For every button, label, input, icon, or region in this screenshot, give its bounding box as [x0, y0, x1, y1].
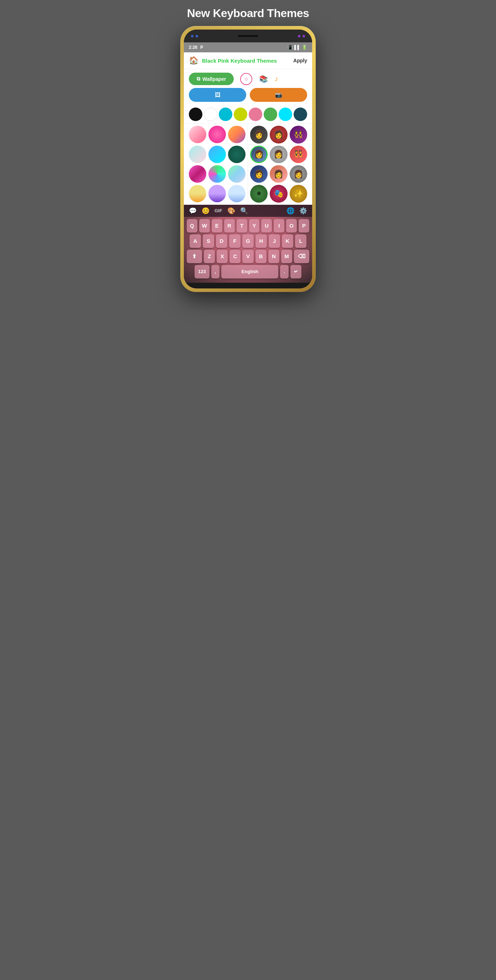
gradient-swatch-2[interactable] — [209, 126, 226, 143]
color-swatch-white[interactable] — [204, 108, 217, 121]
color-swatch-teal[interactable] — [293, 108, 307, 121]
key-l[interactable]: L — [295, 234, 306, 248]
wallpaper-button[interactable]: ⧉ Wallpaper — [189, 73, 234, 85]
gradient-swatch-5[interactable] — [209, 146, 226, 163]
color-swatch-black[interactable] — [189, 108, 203, 121]
gradient-column — [189, 124, 248, 204]
key-period[interactable]: . — [280, 265, 289, 278]
gradient-swatch-6[interactable] — [228, 146, 246, 163]
photo-swatch-7[interactable]: 👩 — [250, 165, 268, 183]
keyboard-keys: Q W E R T Y U I O P A S — [184, 217, 312, 283]
keyboard-area: 💬 😊 GIF 🎨 🔍 🌐 ⚙️ Q — [184, 205, 312, 283]
key-h[interactable]: H — [255, 234, 267, 248]
key-d[interactable]: D — [216, 234, 227, 248]
app-screen: 🏠 Black Pink Keyboard Themes Apply ⧉ Wal… — [184, 52, 312, 204]
key-c[interactable]: C — [230, 250, 241, 263]
emoji-icon[interactable]: 😊 — [202, 207, 209, 215]
key-z[interactable]: Z — [204, 250, 215, 263]
photo-swatch-1[interactable]: 👩 — [250, 126, 268, 143]
photo-column: 👩 👩 👯 👩 👩 👯 👩 👩 👩 ❄ 🎭 — [248, 124, 307, 204]
search-icon[interactable]: 🔍 — [240, 207, 248, 215]
color-swatch-lime[interactable] — [234, 108, 247, 121]
photo-swatch-3[interactable]: 👯 — [290, 126, 307, 143]
key-comma[interactable]: , — [211, 265, 220, 278]
key-b[interactable]: B — [255, 250, 266, 263]
photo-swatch-4-selected[interactable]: 👩 — [250, 146, 268, 163]
key-v[interactable]: V — [242, 250, 254, 263]
status-vibrate: 📳 — [287, 45, 293, 50]
key-shift[interactable]: ⬆ — [187, 250, 202, 263]
color-grid — [184, 108, 312, 123]
key-p[interactable]: P — [298, 219, 309, 232]
keyboard-toolbar: 💬 😊 GIF 🎨 🔍 🌐 ⚙️ — [184, 205, 312, 217]
key-row-2: A S D F G H J K L — [187, 234, 309, 248]
key-y[interactable]: Y — [249, 219, 260, 232]
key-a[interactable]: A — [190, 234, 201, 248]
photo-swatch-2[interactable]: 👩 — [270, 126, 287, 143]
key-o[interactable]: O — [286, 219, 297, 232]
message-icon[interactable]: 💬 — [189, 207, 197, 215]
key-n[interactable]: N — [268, 250, 279, 263]
apply-button[interactable]: Apply — [293, 58, 307, 64]
phone-bottom — [184, 283, 312, 288]
wallpaper-label: Wallpaper — [203, 76, 226, 82]
photo-swatch-8[interactable]: 👩 — [270, 165, 287, 183]
gradient-swatch-8[interactable] — [209, 165, 226, 183]
gradient-swatch-1[interactable] — [189, 126, 206, 143]
color-swatch-lightblue[interactable] — [279, 108, 292, 121]
color-swatch-pink[interactable] — [249, 108, 262, 121]
icon-options: ○ 📚 ♪ — [240, 73, 278, 85]
wallpaper-icon: ⧉ — [197, 76, 200, 82]
speaker — [237, 35, 259, 37]
key-x[interactable]: X — [217, 250, 228, 263]
key-backspace[interactable]: ⌫ — [294, 250, 309, 263]
key-s[interactable]: S — [203, 234, 214, 248]
gradient-swatch-11[interactable] — [209, 185, 226, 202]
gradient-swatch-10[interactable] — [189, 185, 206, 202]
music-icon[interactable]: ♪ — [274, 75, 278, 83]
photo-swatch-11[interactable]: 🎭 — [270, 185, 287, 202]
key-k[interactable]: K — [282, 234, 293, 248]
color-swatch-green[interactable] — [264, 108, 277, 121]
key-e[interactable]: E — [212, 219, 222, 232]
gradient-swatch-12[interactable] — [228, 185, 246, 202]
key-q[interactable]: Q — [187, 219, 198, 232]
key-t[interactable]: T — [237, 219, 247, 232]
gradient-swatch-4[interactable] — [189, 146, 206, 163]
gradient-swatch-3[interactable] — [228, 126, 246, 143]
photo-swatch-5[interactable]: 👩 — [270, 146, 287, 163]
gallery-button[interactable]: 🖼 — [189, 88, 246, 102]
key-r[interactable]: R — [224, 219, 235, 232]
photo-swatch-9[interactable]: 👩 — [290, 165, 307, 183]
palette-icon[interactable]: 🎨 — [227, 207, 235, 215]
key-enter[interactable]: ↵ — [290, 265, 301, 278]
photo-swatch-12[interactable]: ✨ — [290, 185, 307, 202]
photo-swatch-10[interactable]: ❄ — [250, 185, 268, 202]
key-w[interactable]: W — [199, 219, 210, 232]
gradient-swatch-7[interactable] — [189, 165, 206, 183]
key-space[interactable]: English — [221, 265, 278, 278]
wallpaper-section: ⧉ Wallpaper ○ 📚 ♪ 🖼 — [184, 69, 312, 108]
gradient-swatch-9[interactable] — [228, 165, 246, 183]
home-icon[interactable]: 🏠 — [189, 56, 198, 65]
key-g[interactable]: G — [242, 234, 254, 248]
gif-icon[interactable]: GIF — [215, 208, 222, 213]
key-j[interactable]: J — [269, 234, 280, 248]
key-u[interactable]: U — [261, 219, 272, 232]
key-i[interactable]: I — [274, 219, 284, 232]
font-icon[interactable]: 📚 — [257, 73, 270, 85]
app-header: 🏠 Black Pink Keyboard Themes Apply — [184, 52, 312, 69]
settings-icon[interactable]: ⚙️ — [299, 207, 307, 215]
circle-icon[interactable]: ○ — [240, 73, 252, 85]
camera-dot-4 — [303, 35, 305, 37]
status-bar: 2:26 P 📳 ▌▌ 🔋 — [184, 42, 312, 52]
camera-button[interactable]: 📷 — [250, 88, 307, 102]
globe-icon[interactable]: 🌐 — [287, 207, 294, 215]
page-headline: New Keyboard Themes — [187, 7, 309, 19]
color-swatch-cyan[interactable] — [219, 108, 232, 121]
key-f[interactable]: F — [229, 234, 241, 248]
key-m[interactable]: M — [281, 250, 292, 263]
photo-swatch-6[interactable]: 👯 — [290, 146, 307, 163]
key-num[interactable]: 123 — [195, 265, 209, 278]
key-row-1: Q W E R T Y U I O P — [187, 219, 309, 232]
